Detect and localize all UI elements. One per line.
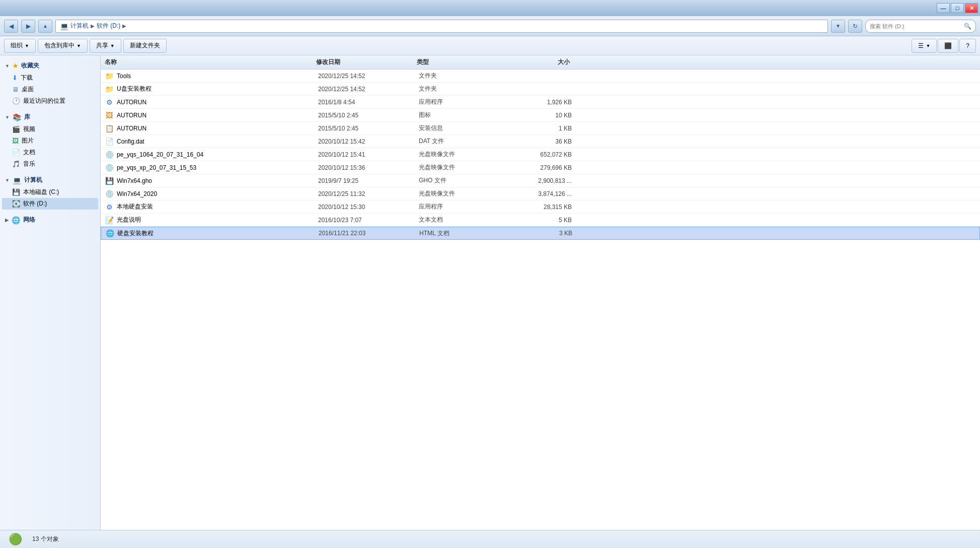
sidebar-item-recent[interactable]: 🕐 最近访问的位置 (2, 95, 98, 107)
file-type: 文本文档 (419, 216, 509, 224)
filelist-header: 名称 修改日期 类型 大小 (101, 55, 980, 70)
library-header[interactable]: ▼ 📚 库 (2, 111, 98, 123)
sidebar-item-music[interactable]: 🎵 音乐 (2, 158, 98, 170)
sidebar-item-image[interactable]: 🖼 图片 (2, 135, 98, 147)
forward-button[interactable]: ▶ (21, 20, 35, 33)
sidebar-item-video[interactable]: 🎬 视频 (2, 123, 98, 135)
file-type: GHO 文件 (419, 176, 509, 185)
sidebar-item-download[interactable]: ⬇ 下载 (2, 72, 98, 84)
share-button[interactable]: 共享 ▼ (90, 39, 121, 53)
titlebar: — □ ✕ (0, 0, 980, 16)
view-toggle-button[interactable]: ☰ ▼ (912, 39, 937, 53)
sidebar: ▼ ★ 收藏夹 ⬇ 下载 🖥 桌面 🕐 最近访问的位置 ▼ 📚 库 (0, 55, 101, 530)
search-bar[interactable]: 🔍 (865, 20, 976, 33)
file-size: 2,900,813 ... (509, 177, 580, 184)
file-date: 2020/10/12 15:42 (318, 138, 419, 145)
video-icon: 🎬 (12, 125, 20, 133)
recent-label: 最近访问的位置 (23, 97, 65, 105)
sidebar-item-desktop[interactable]: 🖥 桌面 (2, 84, 98, 95)
file-icon: 📁 (105, 85, 114, 93)
table-row[interactable]: 💿 pe_yqs_xp_20_07_31_15_53 2020/10/12 15… (101, 161, 980, 174)
desktop-icon: 🖥 (12, 86, 19, 93)
image-icon: 🖼 (12, 137, 19, 145)
back-button[interactable]: ◀ (4, 20, 18, 33)
preview-pane-button[interactable]: ⬛ (938, 39, 958, 53)
library-collapse-icon: ▼ (5, 115, 10, 120)
addressbar: ◀ ▶ ▲ 💻 计算机 ▶ 软件 (D:) ▶ ▼ ↻ 🔍 (0, 16, 980, 36)
computer-header[interactable]: ▼ 💻 计算机 (2, 174, 98, 186)
table-row[interactable]: 🌐 硬盘安装教程 2016/11/21 22:03 HTML 文档 3 KB (101, 227, 980, 240)
file-icon: 📄 (105, 138, 114, 146)
music-label: 音乐 (23, 160, 35, 168)
col-type-header[interactable]: 类型 (417, 58, 507, 66)
help-button[interactable]: ? (959, 39, 976, 53)
view-buttons: ☰ ▼ ⬛ ? (912, 39, 976, 53)
file-size: 1 KB (509, 125, 580, 132)
col-name-header[interactable]: 名称 (105, 58, 316, 66)
dropdown-button[interactable]: ▼ (831, 20, 845, 33)
table-row[interactable]: 💿 pe_yqs_1064_20_07_31_16_04 2020/10/12 … (101, 148, 980, 161)
organize-button[interactable]: 组织 ▼ (4, 39, 36, 53)
table-row[interactable]: 💿 Win7x64_2020 2020/12/25 11:32 光盘映像文件 3… (101, 187, 980, 200)
file-name: 光盘说明 (117, 216, 318, 224)
file-type: 文件夹 (419, 85, 509, 93)
file-icon: 💾 (105, 177, 114, 185)
file-date: 2015/5/10 2:45 (318, 125, 419, 132)
computer-collapse-icon: ▼ (5, 178, 10, 183)
include-library-label: 包含到库中 (44, 41, 74, 50)
local-disk-label: 本地磁盘 (C:) (23, 188, 59, 196)
document-icon: 📄 (12, 149, 20, 156)
file-icon: 💿 (105, 164, 114, 172)
breadcrumb-software[interactable]: 软件 (D:) (97, 22, 120, 30)
file-name: AUTORUN (117, 99, 318, 106)
file-date: 2016/11/21 22:03 (319, 230, 419, 237)
filelist: 名称 修改日期 类型 大小 📁 Tools 2020/12/25 14:52 文… (101, 55, 980, 530)
table-row[interactable]: 🖼 AUTORUN 2015/5/10 2:45 图标 10 KB (101, 109, 980, 122)
file-date: 2020/12/25 14:52 (318, 86, 419, 93)
table-row[interactable]: 📄 Config.dat 2020/10/12 15:42 DAT 文件 36 … (101, 135, 980, 148)
sidebar-item-software-disk[interactable]: 💽 软件 (D:) (2, 198, 98, 210)
table-row[interactable]: 📁 Tools 2020/12/25 14:52 文件夹 (101, 70, 980, 83)
table-row[interactable]: 📝 光盘说明 2016/10/23 7:07 文本文档 5 KB (101, 214, 980, 227)
file-size: 279,696 KB (509, 164, 580, 171)
table-row[interactable]: 📋 AUTORUN 2015/5/10 2:45 安装信息 1 KB (101, 122, 980, 135)
network-icon: 🌐 (12, 216, 20, 224)
refresh-button[interactable]: ↻ (848, 20, 862, 33)
file-date: 2016/1/8 4:54 (318, 99, 419, 106)
image-label: 图片 (22, 136, 34, 145)
include-library-button[interactable]: 包含到库中 ▼ (38, 39, 88, 53)
favorites-header[interactable]: ▼ ★ 收藏夹 (2, 59, 98, 72)
window-controls: — □ ✕ (937, 3, 978, 13)
file-icon: 📝 (105, 216, 114, 224)
computer-label: 计算机 (24, 176, 42, 184)
download-label: 下载 (21, 74, 33, 82)
breadcrumb-computer[interactable]: 计算机 (70, 22, 89, 30)
file-name: 本地硬盘安装 (117, 202, 318, 211)
file-type: 应用程序 (419, 98, 509, 106)
maximize-button[interactable]: □ (951, 3, 964, 13)
status-icon: 🟢 (6, 532, 24, 547)
library-label: 库 (24, 113, 30, 121)
network-header[interactable]: ▶ 🌐 网络 (2, 214, 98, 226)
file-name: pe_yqs_xp_20_07_31_15_53 (117, 164, 318, 171)
new-folder-button[interactable]: 新建文件夹 (123, 39, 167, 53)
close-button[interactable]: ✕ (965, 3, 978, 13)
table-row[interactable]: ⚙ 本地硬盘安装 2020/10/12 15:30 应用程序 28,315 KB (101, 200, 980, 214)
file-date: 2015/5/10 2:45 (318, 112, 419, 119)
file-date: 2016/10/23 7:07 (318, 217, 419, 224)
table-row[interactable]: 📁 U盘安装教程 2020/12/25 14:52 文件夹 (101, 83, 980, 96)
col-size-header[interactable]: 大小 (507, 58, 578, 66)
col-date-header[interactable]: 修改日期 (316, 58, 417, 66)
desktop-label: 桌面 (22, 85, 34, 94)
sidebar-item-local-disk[interactable]: 💾 本地磁盘 (C:) (2, 186, 98, 198)
search-input[interactable] (870, 23, 964, 29)
table-row[interactable]: 💾 Win7x64.gho 2019/9/7 19:25 GHO 文件 2,90… (101, 174, 980, 187)
sidebar-item-document[interactable]: 📄 文档 (2, 147, 98, 158)
minimize-button[interactable]: — (937, 3, 950, 13)
search-icon: 🔍 (964, 23, 971, 30)
favorites-label: 收藏夹 (21, 61, 39, 70)
table-row[interactable]: ⚙ AUTORUN 2016/1/8 4:54 应用程序 1,926 KB (101, 96, 980, 109)
file-size: 28,315 KB (509, 203, 580, 211)
up-button[interactable]: ▲ (38, 20, 52, 33)
file-type: 光盘映像文件 (419, 150, 509, 159)
